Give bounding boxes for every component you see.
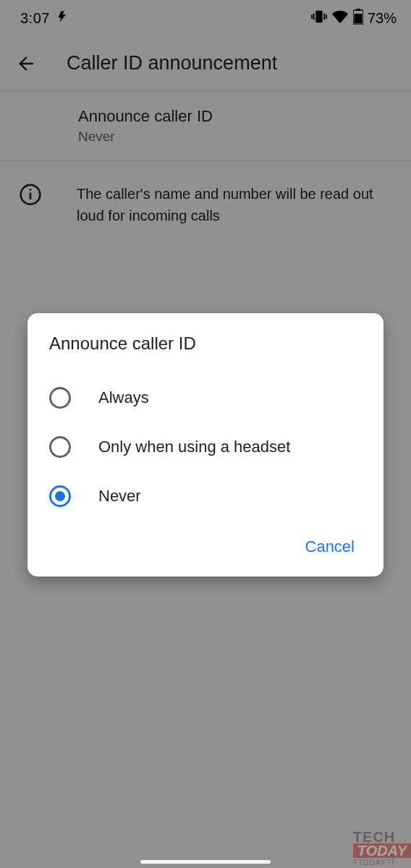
watermark-line1: TECH bbox=[353, 830, 411, 843]
radio-label: Never bbox=[98, 487, 141, 506]
dialog-announce-caller-id: Announce caller ID Always Only when usin… bbox=[27, 313, 384, 576]
radio-option-headset[interactable]: Only when using a headset bbox=[45, 425, 366, 469]
dialog-actions: Cancel bbox=[45, 530, 366, 563]
dialog-title: Announce caller ID bbox=[49, 333, 366, 354]
radio-icon bbox=[49, 387, 71, 409]
radio-icon bbox=[49, 436, 71, 458]
radio-option-never[interactable]: Never bbox=[45, 474, 366, 519]
radio-label: Always bbox=[98, 388, 149, 407]
radio-icon-selected bbox=[49, 485, 71, 507]
radio-label: Only when using a headset bbox=[98, 438, 290, 456]
nav-gesture-bar[interactable] bbox=[140, 860, 271, 864]
radio-option-always[interactable]: Always bbox=[45, 375, 366, 420]
watermark: TECH TODAY TTODAY.IT bbox=[353, 830, 411, 867]
cancel-button[interactable]: Cancel bbox=[294, 530, 366, 563]
watermark-line2: TODAY bbox=[353, 843, 411, 858]
watermark-url: TTODAY.IT bbox=[353, 859, 411, 867]
